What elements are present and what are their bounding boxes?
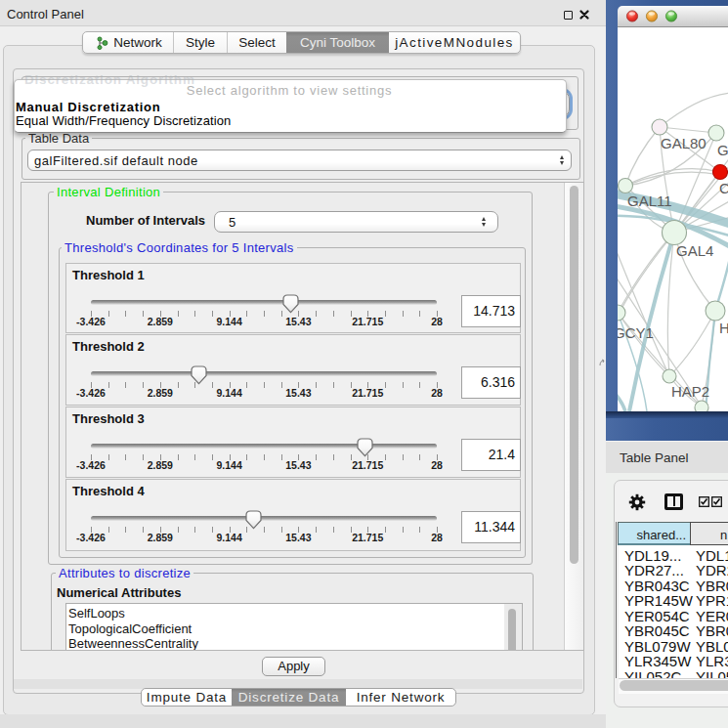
svg-text:GCY1: GCY1 — [618, 324, 654, 341]
svg-text:GAL4: GAL4 — [676, 242, 713, 259]
svg-text:GAL11: GAL11 — [627, 193, 672, 209]
svg-text:GA: GA — [717, 142, 728, 158]
svg-text:CY: CY — [719, 180, 728, 196]
svg-text:HAP2: HAP2 — [671, 383, 709, 400]
svg-text:HI: HI — [719, 320, 728, 336]
svg-text:GAL80: GAL80 — [661, 135, 707, 151]
